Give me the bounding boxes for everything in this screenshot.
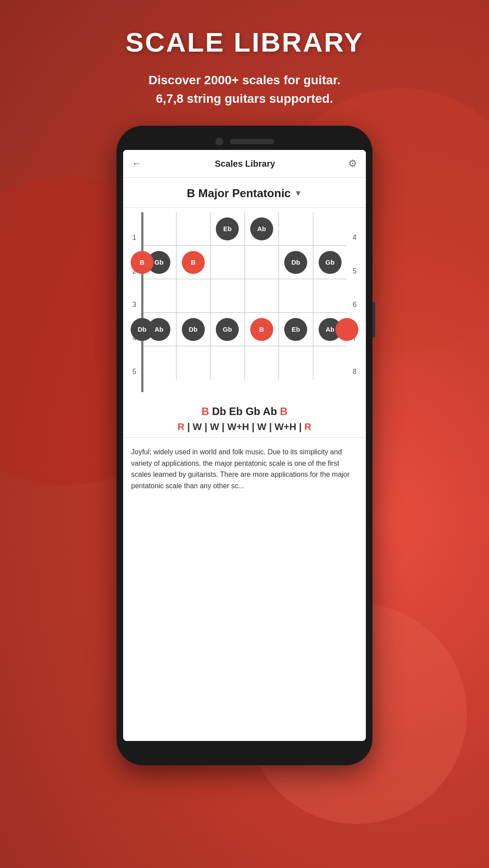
root-note-2: B [280, 405, 287, 417]
note-Ab: Ab [250, 217, 273, 240]
fret-cell: Gb [211, 313, 245, 346]
fret-cell: B [177, 246, 211, 279]
note-Eb2: Eb [284, 318, 307, 341]
app-bar-title: Scales Library [215, 159, 275, 169]
fret-cell [313, 346, 347, 380]
fret-num-right-4: 4 [347, 221, 362, 254]
fret-cell [211, 346, 245, 380]
fret-numbers-right: 4 5 6 7 8 [347, 212, 362, 392]
fret-cell [142, 279, 177, 312]
note-Eb: Eb [216, 217, 239, 240]
fret-cell: Gb [313, 246, 347, 279]
phone-camera [215, 138, 223, 146]
root-note-1: B [201, 405, 209, 417]
phone-container: ← Scales Library ⚙ B Major Pentatonic ▼ … [0, 126, 489, 765]
side-note-right [335, 318, 358, 341]
interval-WH: W+H [227, 421, 249, 432]
phone-side-button [372, 302, 375, 337]
scale-notes-line: B Db Eb Gb Ab B [130, 405, 359, 418]
scale-description: Joyful; widely used in world and folk mu… [123, 438, 366, 500]
fret-cell [279, 279, 313, 312]
fret-num-3: 3 [127, 288, 142, 322]
scale-intervals-line: R | W | W | W+H | W | W+H | R [130, 421, 359, 433]
settings-button[interactable]: ⚙ [348, 158, 357, 169]
fret-cell [245, 346, 279, 380]
fret-cell [177, 279, 211, 312]
fret-cell: Ab [313, 313, 347, 346]
fret-cell: Eb [211, 212, 245, 245]
header-subtitle: Discover 2000+ scales for guitar. 6,7,8 … [0, 71, 489, 108]
page-title: SCALE LIBRARY [0, 26, 489, 58]
interval-W1: W [193, 421, 202, 432]
interval-R2: R [305, 421, 312, 432]
interval-sep2: | [204, 421, 210, 432]
header-section: SCALE LIBRARY Discover 2000+ scales for … [0, 0, 489, 108]
interval-sep3: | [222, 421, 227, 432]
fret-cell [211, 246, 245, 279]
side-note-B-left: B [131, 251, 154, 274]
fret-cell [245, 279, 279, 312]
fret-cell [142, 346, 177, 380]
interval-W3: W [257, 421, 267, 432]
fret-cell: B [245, 313, 279, 346]
fret-num-1: 1 [127, 221, 142, 254]
fretboard-area: 1 2 3 4 5 [123, 208, 366, 397]
fret-num-right-8: 8 [347, 355, 362, 389]
note-Db: Db [284, 251, 307, 274]
interval-sep4: | [252, 421, 257, 432]
interval-W2: W [210, 421, 219, 432]
fret-cell [279, 346, 313, 380]
fret-cell: Db [177, 313, 211, 346]
fret-cell [313, 279, 347, 312]
note-B2-root: B [250, 318, 273, 341]
fret-cell: Db [279, 246, 313, 279]
fret-num-right-6: 6 [347, 288, 362, 322]
phone: ← Scales Library ⚙ B Major Pentatonic ▼ … [117, 126, 372, 765]
scale-notes-section: B Db Eb Gb Ab B R | W | W | W+H | W | W+ [123, 397, 366, 438]
interval-WH2: W+H [275, 421, 297, 432]
fret-cell [211, 279, 245, 312]
dropdown-arrow-icon: ▼ [294, 189, 302, 198]
note-B-root: B [182, 251, 205, 274]
app-bar: ← Scales Library ⚙ [123, 150, 366, 178]
side-note-Db-left: Db [131, 318, 154, 341]
back-button[interactable]: ← [132, 158, 142, 169]
fret-cell [177, 346, 211, 380]
fret-row-4: Db Ab Db Gb B [142, 313, 347, 346]
phone-top-bar [123, 132, 366, 150]
fret-row-1: Eb Ab [142, 212, 347, 246]
fret-row-5 [142, 346, 347, 380]
interval-sep5: | [269, 421, 275, 432]
scale-name: B Major Pentatonic [187, 187, 290, 200]
fret-cell [279, 212, 313, 245]
note-Db: Db Eb Gb Ab [212, 405, 280, 417]
fret-row-2: B Gb B Db [142, 246, 347, 279]
fret-row-3 [142, 279, 347, 313]
scale-selector-button[interactable]: B Major Pentatonic ▼ [187, 187, 302, 200]
note-Db2: Db [182, 318, 205, 341]
fret-cell: Ab [245, 212, 279, 245]
fret-cell [177, 212, 211, 245]
note-Gb3: Gb [216, 318, 239, 341]
fret-num-right-5: 5 [347, 254, 362, 288]
phone-speaker [230, 139, 274, 144]
phone-screen: ← Scales Library ⚙ B Major Pentatonic ▼ … [123, 150, 366, 741]
interval-R1: R [177, 421, 184, 432]
fret-cell [142, 212, 177, 245]
fret-numbers-left: 1 2 3 4 5 [127, 212, 142, 392]
interval-sep6: | [299, 421, 305, 432]
fret-cell [245, 246, 279, 279]
fret-num-5: 5 [127, 355, 142, 389]
fret-cell: Eb [279, 313, 313, 346]
note-Gb2: Gb [319, 251, 342, 274]
fret-cell [313, 212, 347, 245]
interval-sep1: | [187, 421, 192, 432]
scale-selector-row: B Major Pentatonic ▼ [123, 178, 366, 208]
